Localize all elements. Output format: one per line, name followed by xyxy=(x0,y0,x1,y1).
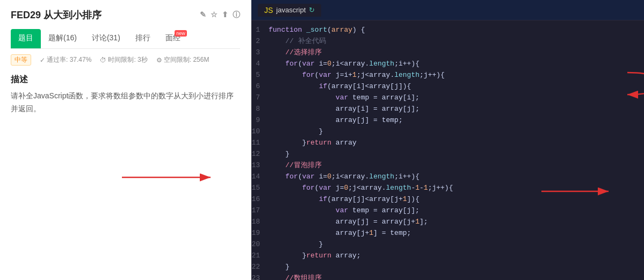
code-line-19: 19 array[j+1] = temp; xyxy=(251,228,644,239)
problem-title: FED29 从大到小排序 xyxy=(11,9,102,21)
code-line-5: 5 for(var j=i+1;j<array.length;j++){ xyxy=(251,70,644,81)
code-line-6: 6 if(array[i]<array[j]){ xyxy=(251,81,644,92)
code-line-14: 14 for(var i=0;i<array.length;i++){ xyxy=(251,171,644,183)
lang-label: javascript xyxy=(276,6,306,14)
lang-tab[interactable]: JS javascript ↻ xyxy=(258,4,321,17)
code-editor[interactable]: 1 function _sort(array) { 2 // 补全代码 3 //… xyxy=(251,20,644,280)
code-line-15: 15 for(var j=0;j<array.length-1-1;j++){ xyxy=(251,183,644,194)
clock-icon: ⏱ xyxy=(100,56,106,64)
code-line-13: 13 //冒泡排序 xyxy=(251,160,644,171)
tab-interview[interactable]: 面经 new xyxy=(158,29,188,48)
code-line-9: 9 array[j] = temp; xyxy=(251,115,644,126)
tab-discuss[interactable]: 讨论(31) xyxy=(84,29,128,48)
code-line-4: 4 for(var i=0;i<array.length;i++){ xyxy=(251,59,644,70)
description-title: 描述 xyxy=(11,74,240,85)
difficulty-badge: 中等 xyxy=(11,54,31,66)
refresh-icon[interactable]: ↻ xyxy=(309,6,315,14)
meta-row: 中等 ✓ 通过率: 37.47% ⏱ 时间限制: 3秒 ⚙ 空间限制: 256M xyxy=(11,54,240,66)
left-arrow xyxy=(122,169,219,185)
code-line-17: 17 var temp = array[j]; xyxy=(251,205,644,217)
left-panel: FED29 从大到小排序 ✎ ☆ ⬆ ⓘ 题目 题解(16) 讨论(31) 排行… xyxy=(0,0,251,280)
code-line-1: 1 function _sort(array) { xyxy=(251,25,644,36)
title-icons: ✎ ☆ ⬆ ⓘ xyxy=(200,10,240,20)
code-line-18: 18 array[j] = array[j+1]; xyxy=(251,217,644,228)
code-line-8: 8 array[i] = array[j]; xyxy=(251,104,644,115)
code-line-2: 2 // 补全代码 xyxy=(251,36,644,47)
info-icon[interactable]: ⓘ xyxy=(233,10,240,20)
code-line-7: 7 var temp = array[i]; xyxy=(251,92,644,104)
code-line-12: 12 } xyxy=(251,149,644,160)
new-badge: new xyxy=(175,30,187,37)
code-wrapper: 1 function _sort(array) { 2 // 补全代码 3 //… xyxy=(251,20,644,280)
js-icon: JS xyxy=(264,6,273,15)
code-line-22: 22 } xyxy=(251,262,644,273)
tab-rank[interactable]: 排行 xyxy=(128,29,158,48)
tab-problem[interactable]: 题目 xyxy=(11,29,41,48)
tab-solutions[interactable]: 题解(16) xyxy=(41,29,84,48)
right-panel: JS javascript ↻ 1 function _sort(array) … xyxy=(251,0,644,280)
pass-rate: ✓ 通过率: 37.47% xyxy=(40,55,91,64)
code-line-21: 21 }return array; xyxy=(251,250,644,262)
code-line-16: 16 if(array[j]<array[j+1]){ xyxy=(251,194,644,205)
space-limit: ⚙ 空间限制: 256M xyxy=(156,55,209,64)
code-line-3: 3 //选择排序 xyxy=(251,47,644,59)
tabs-row: 题目 题解(16) 讨论(31) 排行 面经 new xyxy=(11,29,240,49)
description-text: 请补全JavaScript函数，要求将数组参数中的数字从大到小进行排序并返回。 xyxy=(11,90,240,116)
page-title-row: FED29 从大到小排序 ✎ ☆ ⬆ ⓘ xyxy=(11,9,240,21)
edit-icon[interactable]: ✎ xyxy=(200,10,206,20)
code-line-11: 11 }return array xyxy=(251,138,644,149)
star-icon[interactable]: ☆ xyxy=(211,10,218,20)
memory-icon: ⚙ xyxy=(156,56,162,64)
code-line-23: 23 //数组排序 xyxy=(251,273,644,280)
code-line-10: 10 } xyxy=(251,126,644,138)
check-icon: ✓ xyxy=(40,56,45,64)
code-line-20: 20 } xyxy=(251,239,644,250)
editor-header: JS javascript ↻ xyxy=(251,0,644,20)
share-icon[interactable]: ⬆ xyxy=(222,10,228,20)
time-limit: ⏱ 时间限制: 3秒 xyxy=(100,55,147,64)
